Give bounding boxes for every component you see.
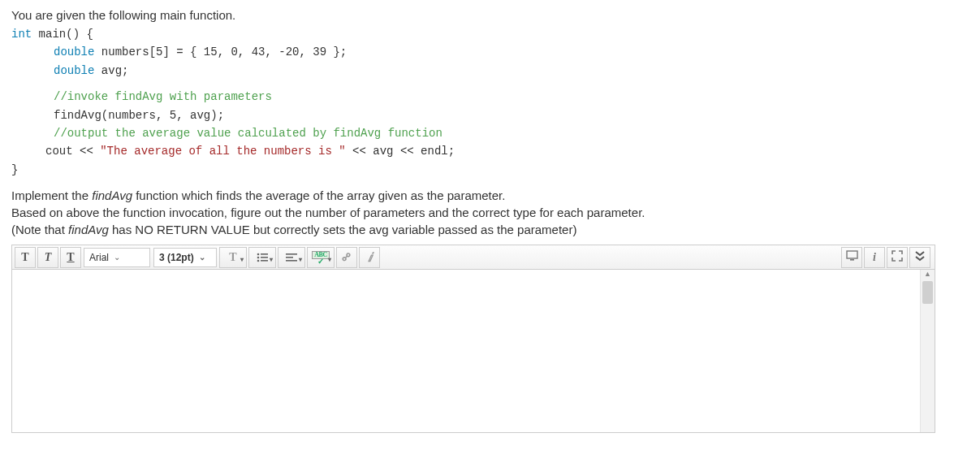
underline-button[interactable]: T — [60, 247, 81, 268]
info-icon: i — [873, 251, 876, 264]
instruction-1: Implement the findAvg function which fin… — [11, 187, 969, 204]
svg-point-4 — [257, 259, 260, 262]
code-line: } — [11, 161, 969, 179]
bullet-list-button[interactable]: ▾ — [248, 247, 276, 268]
code-line: cout << "The average of all the numbers … — [11, 142, 969, 160]
scrollbar[interactable]: ▲ — [920, 270, 935, 432]
code-comment: //output the average value calculated by… — [11, 124, 969, 142]
code-text: numbers[5] = { 15, 0, 43, -20, 39 }; — [94, 45, 347, 58]
spellcheck-icon: ABC✓ — [312, 251, 329, 264]
underline-icon: T — [67, 251, 74, 264]
code-line: double avg; — [11, 62, 969, 80]
font-size-select[interactable]: 3 (12pt)⌄ — [153, 248, 217, 267]
code-line: double numbers[5] = { 15, 0, 43, -20, 39… — [11, 43, 969, 61]
svg-rect-8 — [286, 260, 297, 262]
instr-text: (Note that — [11, 223, 68, 236]
code-keyword: double — [54, 64, 94, 77]
scroll-thumb[interactable] — [922, 281, 933, 304]
code-string: "The average of all the numbers is " — [100, 145, 345, 158]
italic-button[interactable]: T — [37, 247, 58, 268]
script-icon: ⅈ — [368, 250, 372, 265]
svg-rect-10 — [850, 259, 854, 261]
italic-icon: T — [45, 251, 52, 264]
link-button[interactable]: ⚯ — [336, 247, 357, 268]
code-block: int main() { double numbers[5] = { 15, 0… — [11, 25, 969, 179]
code-keyword: int — [11, 28, 32, 41]
caret-icon: ▾ — [270, 256, 273, 263]
code-text: << avg << endl; — [346, 145, 455, 158]
code-comment: //invoke findAvg with parameters — [11, 88, 969, 106]
svg-rect-5 — [261, 260, 268, 262]
chevron-double-down-icon — [915, 250, 925, 265]
chevron-down-icon: ⌄ — [114, 253, 120, 262]
bullet-list-icon — [257, 253, 268, 262]
bold-icon: T — [21, 251, 28, 264]
code-text: main() { — [32, 28, 93, 41]
code-keyword: double — [54, 45, 94, 58]
chevron-down-icon: ⌄ — [199, 253, 205, 262]
font-color-icon: T — [229, 251, 236, 264]
scroll-up-icon: ▲ — [921, 270, 935, 281]
code-line: findAvg(numbers, 5, avg); — [11, 106, 969, 124]
instr-text: Implement the — [11, 188, 92, 202]
caret-icon: ▾ — [240, 256, 244, 263]
link-icon: ⚯ — [339, 249, 356, 266]
bold-button[interactable]: T — [15, 247, 36, 268]
instr-italic: findAvg — [68, 223, 109, 236]
monitor-icon — [846, 250, 858, 264]
instr-text: function which finds the average of the … — [132, 188, 505, 202]
font-size-label: 3 (12pt) — [159, 252, 194, 263]
align-button[interactable]: ▾ — [278, 247, 305, 268]
code-text: avg; — [94, 64, 128, 77]
script-button[interactable]: ⅈ — [359, 247, 380, 268]
font-color-button[interactable]: T▾ — [219, 247, 247, 268]
code-line: int main() { — [11, 25, 969, 43]
font-family-label: Arial — [89, 252, 109, 263]
rich-text-editor: T T T Arial⌄ 3 (12pt)⌄ T▾ ▾ ▾ ABC✓ ▾ ⚯ ⅈ — [11, 245, 935, 433]
editor-body-row: ▲ — [12, 270, 935, 432]
align-left-icon — [286, 253, 297, 262]
instruction-3: (Note that findAvg has NO RETURN VALUE b… — [11, 221, 969, 238]
toolbar-right: i — [840, 247, 931, 268]
svg-rect-3 — [261, 257, 268, 258]
info-button[interactable]: i — [864, 247, 885, 268]
svg-point-2 — [257, 256, 260, 258]
svg-rect-7 — [286, 257, 293, 258]
expand-icon — [891, 250, 903, 265]
caret-icon: ▾ — [299, 256, 302, 263]
code-text: cout << — [45, 145, 100, 158]
instr-italic: findAvg — [92, 188, 132, 202]
instruction-2: Based on above the function invocation, … — [11, 204, 969, 221]
svg-rect-6 — [286, 253, 297, 255]
editor-toolbar: T T T Arial⌄ 3 (12pt)⌄ T▾ ▾ ▾ ABC✓ ▾ ⚯ ⅈ — [12, 245, 935, 270]
preview-button[interactable] — [841, 247, 862, 268]
editor-textarea[interactable] — [12, 270, 920, 432]
instr-text: has NO RETURN VALUE but correctly sets t… — [109, 223, 577, 236]
font-family-select[interactable]: Arial⌄ — [84, 248, 150, 267]
svg-rect-9 — [847, 251, 857, 258]
fullscreen-button[interactable] — [887, 247, 908, 268]
svg-point-0 — [257, 253, 260, 255]
code-blank — [11, 80, 969, 88]
spellcheck-button[interactable]: ABC✓ ▾ — [307, 247, 335, 268]
caret-icon: ▾ — [328, 256, 331, 263]
svg-rect-1 — [261, 253, 268, 255]
more-button[interactable] — [909, 247, 930, 268]
question-intro: You are given the following main functio… — [11, 8, 969, 22]
